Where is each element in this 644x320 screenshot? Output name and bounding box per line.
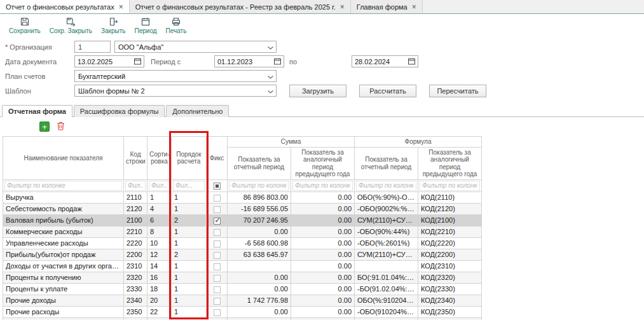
- column-header-sum-previous[interactable]: Показатель за аналогичный период предыду…: [291, 147, 355, 179]
- table-row[interactable]: Коммерческие расходы 2210 8 1 0.00 0.00 …: [3, 226, 482, 237]
- recalculate-button[interactable]: Пересчитать: [429, 85, 486, 97]
- filter-code-input[interactable]: [125, 181, 146, 191]
- cell-formula-previous[interactable]: КОД(2100): [418, 214, 482, 226]
- cell-order[interactable]: 1: [172, 226, 207, 237]
- cell-order[interactable]: 1: [172, 260, 207, 272]
- save-close-button[interactable]: Сохр. Закрыть: [50, 17, 92, 34]
- table-row[interactable]: Прочие доходы 2340 20 1 1 742 776.98 0.0…: [3, 295, 482, 306]
- cell-sort[interactable]: 22: [147, 306, 172, 317]
- column-header-name[interactable]: Наименование показателя: [3, 137, 124, 180]
- cell-sum-previous[interactable]: 0.00: [291, 272, 355, 283]
- cell-sort[interactable]: 18: [147, 283, 172, 295]
- column-header-sum-current[interactable]: Показатель за отчетный период: [228, 147, 291, 179]
- period-button[interactable]: Период: [135, 17, 157, 34]
- cell-sort[interactable]: 4: [147, 203, 172, 214]
- cell-sum-current[interactable]: 0.00: [228, 283, 291, 295]
- cell-formula-current[interactable]: -ОБО(910204%:%)-С...: [355, 306, 418, 317]
- table-row[interactable]: Проценты к получению 2320 16 1 0.00 0.00…: [3, 272, 482, 283]
- filter-formula-previous-input[interactable]: [420, 181, 480, 191]
- cell-sum-current[interactable]: 63 638 645.97: [228, 249, 291, 260]
- period-to-field[interactable]: [352, 55, 418, 67]
- calendar-icon[interactable]: [132, 57, 144, 66]
- cell-order[interactable]: 1: [172, 306, 207, 317]
- fix-checkbox[interactable]: [214, 263, 221, 270]
- cell-name[interactable]: Прочие расходы: [3, 306, 124, 317]
- fix-checkbox[interactable]: [214, 206, 221, 213]
- cell-name[interactable]: Коммерческие расходы: [3, 226, 124, 237]
- tab-report-form[interactable]: Отчетная форма: [2, 105, 72, 117]
- cell-fix[interactable]: [207, 283, 228, 295]
- cell-sort[interactable]: 16: [147, 272, 172, 283]
- cell-sum-current[interactable]: -6 568 600.98: [228, 237, 291, 249]
- cell-sum-current[interactable]: 0.00: [228, 226, 291, 237]
- cell-code[interactable]: 2210: [124, 226, 147, 237]
- cell-fix[interactable]: [207, 226, 228, 237]
- cell-code[interactable]: 2200: [124, 249, 147, 260]
- column-header-fix[interactable]: Фикс: [207, 137, 228, 180]
- cell-sum-previous[interactable]: 0.00: [291, 191, 355, 203]
- cell-fix[interactable]: [207, 249, 228, 260]
- cell-sort[interactable]: 12: [147, 249, 172, 260]
- cell-formula-current[interactable]: -ОБО(%:2601%): [355, 237, 418, 249]
- fix-checkbox[interactable]: [214, 309, 221, 316]
- document-date-field[interactable]: [74, 55, 144, 67]
- cell-sort[interactable]: 24: [147, 317, 172, 320]
- cell-sum-current[interactable]: 0.00: [228, 306, 291, 317]
- tab-additional[interactable]: Дополнительно: [166, 105, 229, 117]
- cell-formula-current[interactable]: ОБО(%:910204%)+О...: [355, 295, 418, 306]
- cell-formula-previous[interactable]: КОД(2200): [418, 249, 482, 260]
- cell-name[interactable]: Прибыль (убыток) до налогообложения: [3, 317, 124, 320]
- cell-name[interactable]: Управленческие расходы: [3, 237, 124, 249]
- table-row[interactable]: Прочие расходы 2350 22 1 0.00 0.00 -ОБО(…: [3, 306, 482, 317]
- column-header-formula-previous[interactable]: Показатель за аналогичный период предыду…: [418, 147, 482, 179]
- cell-sum-previous[interactable]: 0.00: [291, 295, 355, 306]
- table-row[interactable]: Доходы от участия в других организаци...…: [3, 260, 482, 272]
- close-button[interactable]: Закрыть: [101, 17, 126, 34]
- table-row[interactable]: Валовая прибыль (убыток) 2100 6 2 70 207…: [3, 214, 482, 226]
- table-row[interactable]: Себестоимость продаж 2120 4 1 -16 689 55…: [3, 203, 482, 214]
- table-row[interactable]: Проценты к уплате 2330 18 1 0.00 0.00 -Б…: [3, 283, 482, 295]
- cell-formula-current[interactable]: СУМ(2200)+СУМ(23...: [355, 317, 418, 320]
- template-select[interactable]: Шаблон формы № 2: [74, 85, 277, 97]
- cell-order[interactable]: 1: [172, 295, 207, 306]
- close-icon[interactable]: ×: [340, 3, 345, 11]
- cell-formula-current[interactable]: ОБО(%:90%)-ОБО(9...: [355, 191, 418, 203]
- cell-sum-previous[interactable]: 0.00: [291, 214, 355, 226]
- delete-row-button[interactable]: [55, 122, 65, 132]
- close-icon[interactable]: ×: [119, 3, 123, 11]
- cell-sum-previous[interactable]: 0.00: [291, 226, 355, 237]
- cell-sum-current[interactable]: 70 207 246.95: [228, 214, 291, 226]
- cell-name[interactable]: Проценты к получению: [3, 272, 124, 283]
- cell-sum-current[interactable]: 86 896 803.00: [228, 191, 291, 203]
- cell-sum-previous[interactable]: 0.00: [291, 306, 355, 317]
- period-to-input[interactable]: [352, 58, 406, 66]
- cell-fix[interactable]: [207, 191, 228, 203]
- fix-checkbox[interactable]: [214, 218, 221, 225]
- cell-code[interactable]: 2300: [124, 317, 147, 320]
- cell-formula-previous[interactable]: КОД(2110): [418, 191, 482, 203]
- save-button[interactable]: Сохранить: [9, 17, 41, 34]
- cell-sum-previous[interactable]: 0.00: [291, 203, 355, 214]
- cell-code[interactable]: 2120: [124, 203, 147, 214]
- cell-sum-current[interactable]: 65 381 422.95: [228, 317, 291, 320]
- cell-name[interactable]: Валовая прибыль (убыток): [3, 214, 124, 226]
- cell-formula-current[interactable]: БО(:91.01.04%::245...: [355, 272, 418, 283]
- cell-order[interactable]: 2: [172, 214, 207, 226]
- table-row[interactable]: Прибыль (убыток) до налогообложения 2300…: [3, 317, 482, 320]
- window-tab-report[interactable]: Отчет о финансовых результатах ×: [0, 0, 130, 13]
- cell-order[interactable]: 3: [172, 317, 207, 320]
- cell-sort[interactable]: 14: [147, 260, 172, 272]
- filter-sort-input[interactable]: [149, 181, 170, 191]
- cell-formula-previous[interactable]: КОД(2300): [418, 317, 482, 320]
- filter-sum-previous-input[interactable]: [292, 181, 353, 191]
- column-header-order[interactable]: Порядок расчета: [172, 137, 207, 180]
- cell-fix[interactable]: [207, 237, 228, 249]
- cell-name[interactable]: Проценты к уплате: [3, 283, 124, 295]
- filter-name-input[interactable]: [4, 181, 122, 191]
- fix-checkbox[interactable]: [214, 229, 221, 236]
- cell-name[interactable]: Прибыль(убыток)от продаж: [3, 249, 124, 260]
- cell-code[interactable]: 2310: [124, 260, 147, 272]
- cell-order[interactable]: 2: [172, 249, 207, 260]
- chart-of-accounts-select[interactable]: Бухгалтерский: [74, 70, 277, 82]
- cell-formula-previous[interactable]: КОД(2320): [418, 272, 482, 283]
